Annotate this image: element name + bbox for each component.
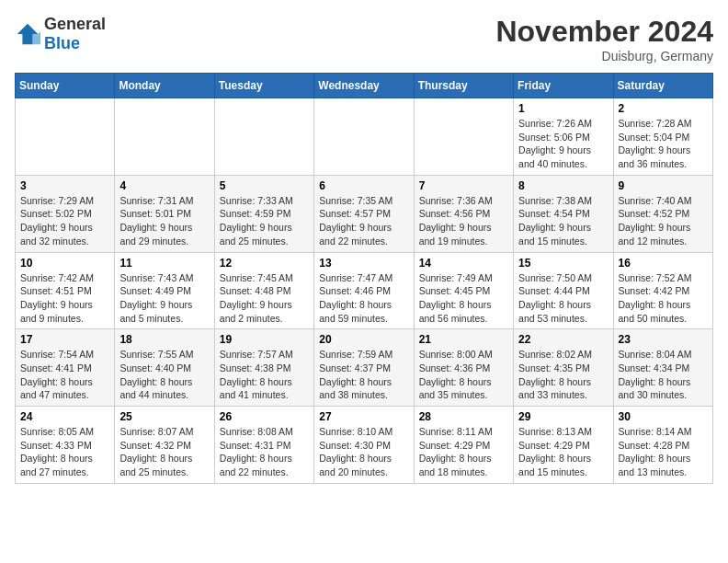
day-number: 24 — [20, 410, 109, 423]
calendar-cell: 5Sunrise: 7:33 AM Sunset: 4:59 PM Daylig… — [214, 175, 313, 252]
calendar-cell: 16Sunrise: 7:52 AM Sunset: 4:42 PM Dayli… — [613, 252, 712, 329]
weekday-header: Thursday — [414, 74, 513, 98]
day-number: 10 — [20, 257, 109, 270]
title-block: November 2024 Duisburg, Germany — [495, 15, 713, 63]
day-number: 7 — [419, 179, 508, 192]
calendar-cell: 4Sunrise: 7:31 AM Sunset: 5:01 PM Daylig… — [115, 175, 214, 252]
calendar-week-row: 1Sunrise: 7:26 AM Sunset: 5:06 PM Daylig… — [16, 98, 713, 176]
weekday-header-row: SundayMondayTuesdayWednesdayThursdayFrid… — [16, 74, 713, 98]
day-number: 19 — [220, 333, 309, 346]
day-info: Sunrise: 7:29 AM Sunset: 5:02 PM Dayligh… — [20, 194, 109, 248]
weekday-header: Tuesday — [214, 74, 313, 98]
logo-blue: Blue — [44, 34, 80, 52]
day-info: Sunrise: 8:11 AM Sunset: 4:29 PM Dayligh… — [419, 425, 508, 479]
calendar-cell: 2Sunrise: 7:28 AM Sunset: 5:04 PM Daylig… — [613, 98, 712, 176]
weekday-header: Saturday — [613, 74, 712, 98]
calendar-week-row: 3Sunrise: 7:29 AM Sunset: 5:02 PM Daylig… — [16, 175, 713, 252]
day-number: 26 — [220, 410, 309, 423]
day-info: Sunrise: 7:38 AM Sunset: 4:54 PM Dayligh… — [518, 194, 608, 248]
calendar-cell: 10Sunrise: 7:42 AM Sunset: 4:51 PM Dayli… — [16, 252, 115, 329]
day-number: 13 — [319, 257, 408, 270]
day-number: 29 — [518, 410, 608, 423]
calendar-table: SundayMondayTuesdayWednesdayThursdayFrid… — [15, 73, 713, 484]
day-number: 28 — [419, 410, 508, 423]
calendar-cell: 8Sunrise: 7:38 AM Sunset: 4:54 PM Daylig… — [514, 175, 613, 252]
calendar-week-row: 24Sunrise: 8:05 AM Sunset: 4:33 PM Dayli… — [16, 407, 713, 484]
calendar-cell: 12Sunrise: 7:45 AM Sunset: 4:48 PM Dayli… — [214, 252, 313, 329]
day-info: Sunrise: 7:36 AM Sunset: 4:56 PM Dayligh… — [419, 194, 508, 248]
calendar-cell: 15Sunrise: 7:50 AM Sunset: 4:44 PM Dayli… — [514, 252, 613, 329]
day-number: 22 — [518, 333, 608, 346]
calendar-cell — [214, 98, 313, 176]
day-info: Sunrise: 7:50 AM Sunset: 4:44 PM Dayligh… — [518, 271, 608, 326]
calendar-cell: 9Sunrise: 7:40 AM Sunset: 4:52 PM Daylig… — [613, 175, 712, 252]
day-info: Sunrise: 7:55 AM Sunset: 4:40 PM Dayligh… — [119, 348, 209, 402]
calendar-cell — [115, 98, 214, 176]
day-info: Sunrise: 8:13 AM Sunset: 4:29 PM Dayligh… — [518, 425, 608, 479]
calendar-cell — [16, 98, 115, 176]
day-number: 8 — [518, 179, 608, 192]
page-header: General Blue November 2024 Duisburg, Ger… — [15, 15, 713, 63]
day-info: Sunrise: 7:52 AM Sunset: 4:42 PM Dayligh… — [619, 271, 708, 326]
calendar-cell: 6Sunrise: 7:35 AM Sunset: 4:57 PM Daylig… — [314, 175, 414, 252]
calendar-cell: 19Sunrise: 7:57 AM Sunset: 4:38 PM Dayli… — [214, 329, 313, 407]
calendar-cell: 17Sunrise: 7:54 AM Sunset: 4:41 PM Dayli… — [16, 329, 115, 407]
day-number: 17 — [20, 333, 109, 346]
day-number: 6 — [319, 179, 408, 192]
weekday-header: Friday — [514, 74, 613, 98]
day-number: 20 — [319, 333, 408, 346]
day-info: Sunrise: 8:07 AM Sunset: 4:32 PM Dayligh… — [119, 425, 209, 479]
calendar-cell: 22Sunrise: 8:02 AM Sunset: 4:35 PM Dayli… — [514, 329, 613, 407]
calendar-cell: 28Sunrise: 8:11 AM Sunset: 4:29 PM Dayli… — [414, 407, 513, 484]
calendar-cell: 20Sunrise: 7:59 AM Sunset: 4:37 PM Dayli… — [314, 329, 414, 407]
day-info: Sunrise: 8:05 AM Sunset: 4:33 PM Dayligh… — [20, 425, 109, 479]
logo: General Blue — [15, 15, 106, 53]
day-number: 1 — [518, 102, 608, 115]
day-info: Sunrise: 7:42 AM Sunset: 4:51 PM Dayligh… — [20, 271, 109, 326]
calendar-week-row: 17Sunrise: 7:54 AM Sunset: 4:41 PM Dayli… — [16, 329, 713, 407]
weekday-header: Sunday — [16, 74, 115, 98]
day-number: 21 — [419, 333, 508, 346]
calendar-cell: 30Sunrise: 8:14 AM Sunset: 4:28 PM Dayli… — [613, 407, 712, 484]
day-info: Sunrise: 7:49 AM Sunset: 4:45 PM Dayligh… — [419, 271, 508, 326]
logo-icon — [15, 21, 40, 47]
calendar-cell: 3Sunrise: 7:29 AM Sunset: 5:02 PM Daylig… — [16, 175, 115, 252]
day-info: Sunrise: 7:54 AM Sunset: 4:41 PM Dayligh… — [20, 348, 109, 402]
day-number: 23 — [619, 333, 708, 346]
day-info: Sunrise: 7:47 AM Sunset: 4:46 PM Dayligh… — [319, 271, 408, 326]
day-number: 27 — [319, 410, 408, 423]
calendar-cell: 24Sunrise: 8:05 AM Sunset: 4:33 PM Dayli… — [16, 407, 115, 484]
day-info: Sunrise: 7:35 AM Sunset: 4:57 PM Dayligh… — [319, 194, 408, 248]
day-number: 16 — [619, 257, 708, 270]
day-number: 25 — [119, 410, 209, 423]
location: Duisburg, Germany — [495, 49, 713, 63]
day-number: 14 — [419, 257, 508, 270]
day-number: 2 — [619, 102, 708, 115]
day-info: Sunrise: 7:33 AM Sunset: 4:59 PM Dayligh… — [220, 194, 309, 248]
calendar-cell: 13Sunrise: 7:47 AM Sunset: 4:46 PM Dayli… — [314, 252, 414, 329]
day-info: Sunrise: 8:04 AM Sunset: 4:34 PM Dayligh… — [619, 348, 708, 402]
calendar-cell: 18Sunrise: 7:55 AM Sunset: 4:40 PM Dayli… — [115, 329, 214, 407]
day-number: 3 — [20, 179, 109, 192]
day-info: Sunrise: 7:28 AM Sunset: 5:04 PM Dayligh… — [619, 117, 708, 171]
calendar-cell: 14Sunrise: 7:49 AM Sunset: 4:45 PM Dayli… — [414, 252, 513, 329]
calendar-week-row: 10Sunrise: 7:42 AM Sunset: 4:51 PM Dayli… — [16, 252, 713, 329]
day-number: 15 — [518, 257, 608, 270]
calendar-cell: 7Sunrise: 7:36 AM Sunset: 4:56 PM Daylig… — [414, 175, 513, 252]
day-number: 4 — [119, 179, 209, 192]
month-title: November 2024 — [495, 15, 713, 49]
day-info: Sunrise: 7:40 AM Sunset: 4:52 PM Dayligh… — [619, 194, 708, 248]
day-info: Sunrise: 7:59 AM Sunset: 4:37 PM Dayligh… — [319, 348, 408, 402]
day-info: Sunrise: 7:45 AM Sunset: 4:48 PM Dayligh… — [220, 271, 309, 326]
day-info: Sunrise: 8:08 AM Sunset: 4:31 PM Dayligh… — [220, 425, 309, 479]
calendar-cell: 29Sunrise: 8:13 AM Sunset: 4:29 PM Dayli… — [514, 407, 613, 484]
day-number: 11 — [119, 257, 209, 270]
calendar-cell — [314, 98, 414, 176]
day-info: Sunrise: 7:31 AM Sunset: 5:01 PM Dayligh… — [119, 194, 209, 248]
calendar-cell — [414, 98, 513, 176]
calendar-cell: 23Sunrise: 8:04 AM Sunset: 4:34 PM Dayli… — [613, 329, 712, 407]
calendar-cell: 21Sunrise: 8:00 AM Sunset: 4:36 PM Dayli… — [414, 329, 513, 407]
day-info: Sunrise: 7:26 AM Sunset: 5:06 PM Dayligh… — [518, 117, 608, 171]
calendar-cell: 25Sunrise: 8:07 AM Sunset: 4:32 PM Dayli… — [115, 407, 214, 484]
day-info: Sunrise: 8:10 AM Sunset: 4:30 PM Dayligh… — [319, 425, 408, 479]
